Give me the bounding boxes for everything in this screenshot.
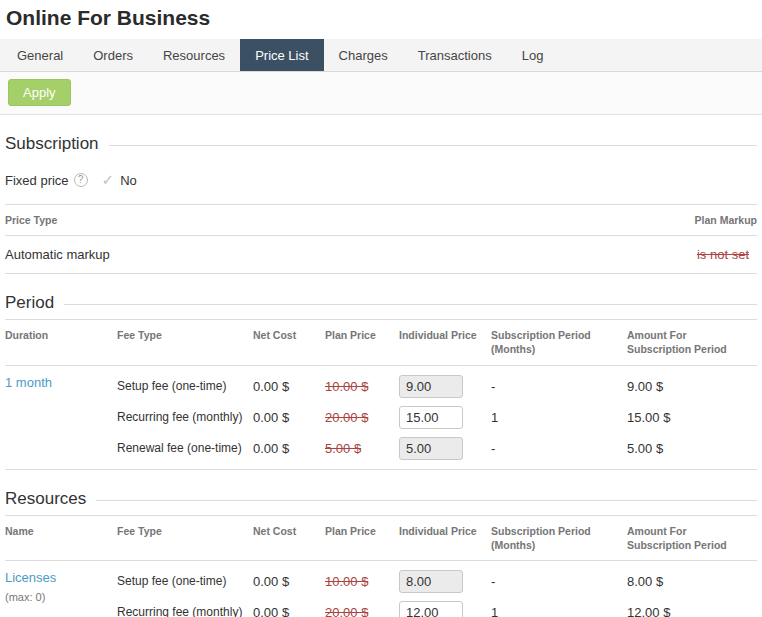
individual-price-input[interactable] <box>399 601 463 617</box>
net-cost: 0.00 $ <box>253 433 325 470</box>
col-plan-price: Plan Price <box>325 320 399 365</box>
col-net-cost: Net Cost <box>253 515 325 560</box>
period-heading: Period <box>5 293 757 313</box>
col-subscription-period: Subscription Period (Months) <box>491 515 627 560</box>
col-duration: Duration <box>5 320 117 365</box>
amount: 12.00 $ <box>627 597 757 617</box>
plan-price: 20.00 $ <box>325 605 368 617</box>
col-subscription-period: Subscription Period (Months) <box>491 320 627 365</box>
period-fee-row: Recurring fee (monthly) 0.00 $ 20.00 $ 1… <box>5 402 757 433</box>
markup-table: Price Type Plan Markup Automatic markup … <box>5 204 757 274</box>
resources-section: Resources Name Fee Type Net Cost Plan Pr… <box>5 489 757 617</box>
action-toolbar: Apply <box>0 72 762 115</box>
fee-type: Setup fee (one-time) <box>117 365 253 402</box>
fee-type: Setup fee (one-time) <box>117 560 253 597</box>
fixed-price-value: No <box>120 173 137 188</box>
subscription-period: 1 <box>491 402 627 433</box>
col-plan-price: Plan Price <box>325 515 399 560</box>
individual-price-input[interactable] <box>399 437 463 460</box>
checkmark-icon: ✓ <box>102 171 115 189</box>
apply-button[interactable]: Apply <box>8 79 71 106</box>
fixed-price-label: Fixed price <box>5 173 69 188</box>
col-name: Name <box>5 515 117 560</box>
col-amount: Amount For Subscription Period <box>627 320 757 365</box>
price-type-value: Automatic markup <box>5 236 557 274</box>
amount: 8.00 $ <box>627 560 757 597</box>
plan-price: 10.00 $ <box>325 379 368 394</box>
amount: 5.00 $ <box>627 433 757 470</box>
fixed-price-row: Fixed price ? ✓ No <box>5 171 757 189</box>
subscription-heading: Subscription <box>5 134 757 154</box>
col-plan-markup: Plan Markup <box>557 205 757 236</box>
resource-fee-row: Licenses (max: 0) Setup fee (one-time) 0… <box>5 560 757 597</box>
resource-max-note: (max: 0) <box>5 591 109 603</box>
net-cost: 0.00 $ <box>253 365 325 402</box>
col-individual-price: Individual Price <box>399 320 491 365</box>
resources-heading-text: Resources <box>5 489 96 509</box>
subscription-heading-text: Subscription <box>5 134 109 154</box>
net-cost: 0.00 $ <box>253 597 325 617</box>
plan-price: 5.00 $ <box>325 441 361 456</box>
duration-link[interactable]: 1 month <box>5 375 52 390</box>
plan-price: 10.00 $ <box>325 574 368 589</box>
tab-transactions[interactable]: Transactions <box>403 39 507 71</box>
resource-fee-row: Recurring fee (monthly) 0.00 $ 20.00 $ 1… <box>5 597 757 617</box>
individual-price-input[interactable] <box>399 375 463 398</box>
period-table: Duration Fee Type Net Cost Plan Price In… <box>5 319 757 469</box>
col-amount: Amount For Subscription Period <box>627 515 757 560</box>
plan-price: 20.00 $ <box>325 410 368 425</box>
resources-heading: Resources <box>5 489 757 509</box>
fee-type: Renewal fee (one-time) <box>117 433 253 470</box>
individual-price-input[interactable] <box>399 406 463 429</box>
resources-table: Name Fee Type Net Cost Plan Price Indivi… <box>5 515 757 617</box>
net-cost: 0.00 $ <box>253 560 325 597</box>
col-price-type: Price Type <box>5 205 557 236</box>
page-title: Online For Business <box>6 6 762 30</box>
tab-charges[interactable]: Charges <box>324 39 403 71</box>
tab-general[interactable]: General <box>2 39 78 71</box>
heading-divider <box>109 145 757 146</box>
tab-bar: General Orders Resources Price List Char… <box>0 39 762 72</box>
period-heading-text: Period <box>5 293 64 313</box>
col-fee-type: Fee Type <box>117 515 253 560</box>
subscription-period: - <box>491 365 627 402</box>
amount: 9.00 $ <box>627 365 757 402</box>
period-fee-row: Renewal fee (one-time) 0.00 $ 5.00 $ - 5… <box>5 433 757 470</box>
subscription-period: 1 <box>491 597 627 617</box>
tab-price-list[interactable]: Price List <box>240 39 323 71</box>
individual-price-input[interactable] <box>399 570 463 593</box>
tab-orders[interactable]: Orders <box>78 39 148 71</box>
period-fee-row: 1 month Setup fee (one-time) 0.00 $ 10.0… <box>5 365 757 402</box>
markup-row: Automatic markup is not set <box>5 236 757 274</box>
subscription-period: - <box>491 560 627 597</box>
fee-type: Recurring fee (monthly) <box>117 402 253 433</box>
amount: 15.00 $ <box>627 402 757 433</box>
period-section: Period Duration Fee Type Net Cost Plan P… <box>5 293 757 469</box>
col-individual-price: Individual Price <box>399 515 491 560</box>
fee-type: Recurring fee (monthly) <box>117 597 253 617</box>
col-net-cost: Net Cost <box>253 320 325 365</box>
tab-log[interactable]: Log <box>507 39 559 71</box>
subscription-section: Subscription Fixed price ? ✓ No Price Ty… <box>5 134 757 274</box>
help-icon[interactable]: ? <box>74 173 88 187</box>
subscription-period: - <box>491 433 627 470</box>
plan-markup-value: is not set <box>697 247 749 262</box>
heading-divider <box>64 304 757 305</box>
col-fee-type: Fee Type <box>117 320 253 365</box>
tab-resources[interactable]: Resources <box>148 39 240 71</box>
heading-divider <box>96 500 757 501</box>
resource-link[interactable]: Licenses <box>5 570 56 585</box>
net-cost: 0.00 $ <box>253 402 325 433</box>
